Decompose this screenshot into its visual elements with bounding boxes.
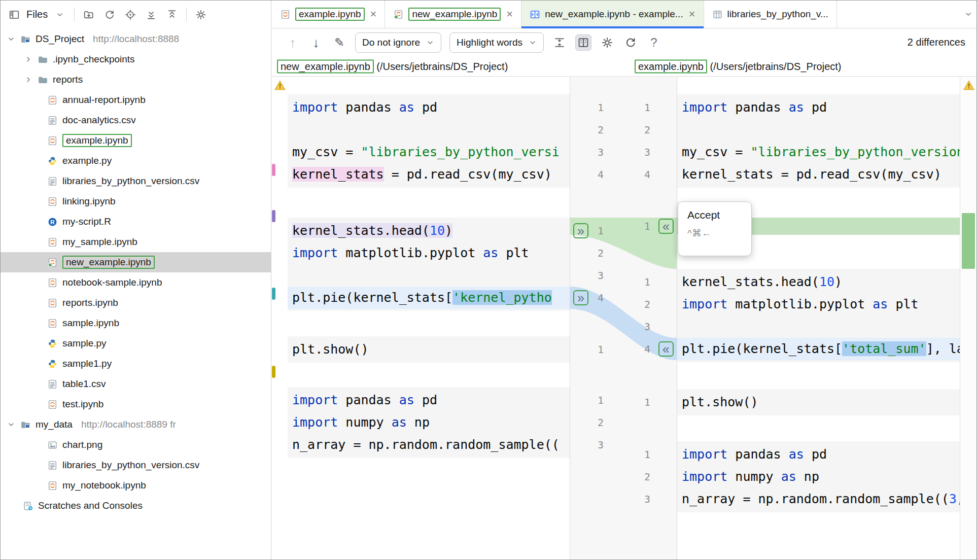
- refresh-diff-icon[interactable]: [623, 34, 638, 51]
- notebook-cell[interactable]: import pandas as pdimport numpy as npn_a…: [288, 387, 570, 458]
- right-editor-pane[interactable]: import pandas as pdmy_csv = "libraries_b…: [677, 77, 960, 559]
- notebook-cell[interactable]: kernel_stats.head(10)import matplotlib.p…: [677, 269, 960, 362]
- tree-item-doc-analytics-csv[interactable]: doc-analytics.csv: [1, 110, 271, 130]
- close-tab-icon[interactable]: ×: [506, 9, 513, 20]
- tree-item-linking-ipynb[interactable]: linking.ipynb: [1, 191, 271, 212]
- tree-item-example-py[interactable]: example.py: [1, 151, 271, 171]
- csv-icon: [47, 176, 58, 187]
- tree-item-suffix: http://localhost:8888: [93, 33, 179, 45]
- tree-item-reports-ipynb[interactable]: reports.ipynb: [1, 293, 271, 313]
- code-token: as: [789, 447, 804, 462]
- code-line: my_csv = "libraries_by_python_version: [677, 141, 960, 163]
- previous-difference-icon[interactable]: ↑: [285, 34, 300, 51]
- tree-item-annual-report-ipynb[interactable]: annual-report.ipynb: [1, 90, 271, 110]
- notebook-icon: [47, 399, 58, 410]
- accept-tooltip[interactable]: Accept ^⌘←: [678, 201, 752, 256]
- chevron-right-icon[interactable]: [24, 75, 33, 84]
- editor-area: example.ipynb×new_example.ipynb×new_exam…: [272, 1, 976, 559]
- help-icon[interactable]: ?: [646, 34, 661, 51]
- tree-item-my-notebook-ipynb[interactable]: my_notebook.ipynb: [1, 475, 271, 496]
- tree-item-my-sample-ipynb[interactable]: my_sample.ipynb: [1, 232, 271, 252]
- notebook-cell[interactable]: plt.show(): [677, 389, 960, 415]
- chevron-down-icon[interactable]: [7, 34, 16, 44]
- chevron-down-icon[interactable]: [7, 420, 16, 429]
- chevron-right-icon[interactable]: [24, 55, 33, 64]
- tree-item-reports[interactable]: reports: [1, 69, 271, 90]
- editor-tab-libraries-by-python-v[interactable]: libraries_by_python_v...: [704, 1, 837, 28]
- close-tab-icon[interactable]: ×: [689, 9, 695, 20]
- right-line-number: 2: [570, 119, 650, 141]
- collapse-all-icon[interactable]: [165, 8, 179, 21]
- code-line: kernel_stats = pd.read_csv(my_csv): [677, 163, 960, 186]
- code-token: import: [682, 100, 727, 115]
- expand-all-icon[interactable]: [145, 8, 158, 21]
- code-token: my_csv =: [292, 145, 361, 159]
- tree-item-label: Scratches and Consoles: [38, 500, 143, 511]
- apply-change-left-button[interactable]: «: [658, 341, 674, 357]
- code-line: [288, 264, 570, 287]
- diff-settings-icon[interactable]: [600, 34, 615, 51]
- left-editor-pane[interactable]: import pandas as pdmy_csv = "libraries_b…: [272, 77, 570, 559]
- accept-action-label[interactable]: Accept: [687, 209, 742, 221]
- sync-scrolling-icon[interactable]: [575, 34, 591, 51]
- ignore-policy-combo[interactable]: Do not ignore: [355, 32, 441, 53]
- gutter-stripe-mark: [272, 366, 275, 378]
- tree-item-libraries-by-python-version-csv[interactable]: libraries_by_python_version.csv: [1, 455, 271, 475]
- tree-item-label: test.ipynb: [62, 399, 103, 410]
- tab-label: example.ipynb: [295, 8, 365, 21]
- settings-icon[interactable]: [194, 8, 207, 21]
- tree-item-sample1-py[interactable]: sample1.py: [1, 354, 271, 374]
- tree-item-notebook-sample-ipynb[interactable]: notebook-sample.ipynb: [1, 272, 271, 293]
- code-token: pd: [804, 447, 827, 462]
- apply-change-right-button[interactable]: »: [573, 290, 588, 305]
- code-token: ): [445, 223, 452, 238]
- editor-tab-example-ipynb[interactable]: example.ipynb×: [272, 1, 385, 28]
- next-difference-icon[interactable]: ↓: [308, 34, 324, 51]
- code-token: pd: [804, 100, 827, 115]
- csv-icon: [47, 115, 58, 126]
- tree-item-example-ipynb[interactable]: example.ipynb: [1, 130, 271, 151]
- tree-item-libraries-by-python-version-csv[interactable]: libraries_by_python_version.csv: [1, 171, 271, 191]
- tree-item-sample-py[interactable]: sample.py: [1, 333, 271, 354]
- move-to-folder-icon[interactable]: [82, 8, 95, 21]
- code-token: pd: [414, 393, 437, 407]
- tree-item-ipynb-checkpoints[interactable]: .ipynb_checkpoints: [1, 49, 271, 69]
- editor-tab-new-example-ipynb-example[interactable]: new_example.ipynb - example...×: [521, 1, 704, 28]
- tree-item-sample-ipynb[interactable]: sample.ipynb: [1, 313, 271, 333]
- collapse-unchanged-icon[interactable]: [552, 34, 567, 51]
- code-token: as: [781, 469, 796, 484]
- tree-item-my-script-r[interactable]: Rmy-script.R: [1, 212, 271, 232]
- csv-icon: [47, 379, 58, 390]
- tree-item-scratches-and-consoles[interactable]: Scratches and Consoles: [1, 496, 271, 516]
- apply-change-right-button[interactable]: »: [573, 223, 588, 238]
- diff-change-scroll-marker: [962, 213, 975, 269]
- notebook-cell[interactable]: kernel_stats.head(10)import matplotlib.p…: [288, 218, 570, 311]
- tree-item-my-data[interactable]: my_datahttp://localhost:8889 fr: [1, 414, 271, 435]
- editor-tab-new-example-ipynb[interactable]: new_example.ipynb×: [385, 1, 521, 28]
- right-line-number: 4: [570, 338, 650, 360]
- tree-item-chart-png[interactable]: chart.png: [1, 435, 271, 455]
- code-token: np: [407, 415, 430, 430]
- tree-item-test-ipynb[interactable]: test.ipynb: [1, 394, 271, 414]
- highlight-policy-combo[interactable]: Highlight words: [449, 32, 544, 53]
- edit-icon[interactable]: ✎: [332, 34, 347, 51]
- hidden-tabs-chevron-icon[interactable]: [961, 1, 972, 28]
- tree-item-table1-csv[interactable]: table1.csv: [1, 374, 271, 394]
- apply-change-left-button[interactable]: «: [658, 219, 674, 234]
- tool-window-layout-icon[interactable]: [8, 8, 21, 21]
- code-token: pandas: [338, 100, 399, 115]
- right-scrollbar[interactable]: [960, 77, 976, 559]
- notebook-cell[interactable]: import pandas as pdimport numpy as npn_a…: [677, 441, 960, 512]
- refresh-icon[interactable]: [103, 8, 116, 21]
- locate-file-icon[interactable]: [124, 8, 137, 21]
- notebook-cell[interactable]: plt.show(): [288, 336, 570, 363]
- code-token: 'total_sum': [842, 341, 926, 356]
- tree-item-ds-project[interactable]: DS_Projecthttp://localhost:8888: [1, 29, 271, 49]
- tree-item-label: sample.py: [62, 338, 107, 349]
- close-tab-icon[interactable]: ×: [370, 9, 377, 20]
- notebook-cell[interactable]: import pandas as pdmy_csv = "libraries_b…: [677, 94, 960, 188]
- chevron-down-icon[interactable]: [53, 8, 66, 21]
- notebook-cell[interactable]: import pandas as pdmy_csv = "libraries_b…: [288, 94, 570, 188]
- code-token: plt: [498, 246, 529, 260]
- tree-item-new-example-ipynb[interactable]: new_example.ipynb: [1, 252, 271, 272]
